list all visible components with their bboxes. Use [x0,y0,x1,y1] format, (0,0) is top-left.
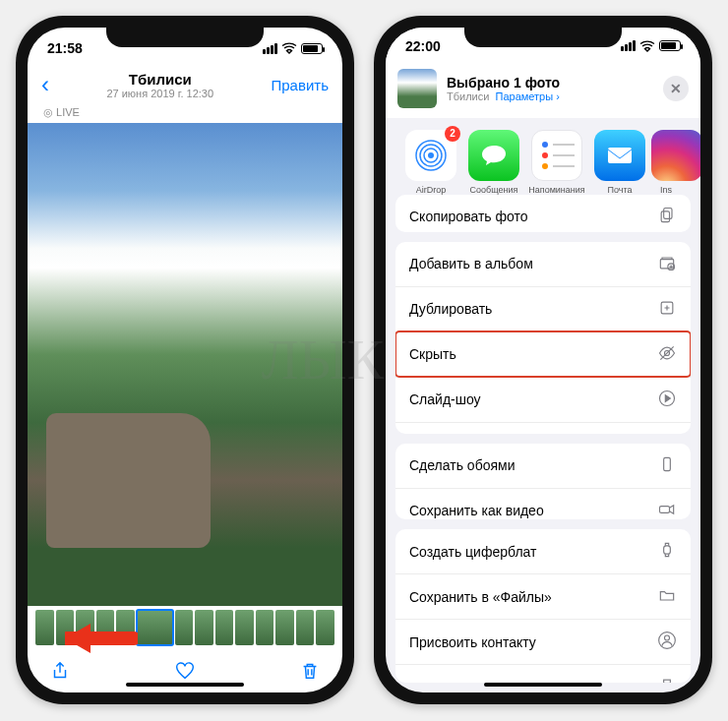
folder-icon [657,585,677,608]
print-icon [657,676,677,683]
action-save-video[interactable]: Сохранить как видео [395,488,691,519]
signal-icon [621,40,636,51]
options-link[interactable]: Параметры › [496,90,560,102]
svg-rect-5 [664,208,672,218]
svg-rect-15 [664,546,671,554]
action-slideshow[interactable]: Слайд-шоу [395,377,691,422]
action-save-files[interactable]: Сохранить в «Файлы» [395,573,691,619]
svg-point-16 [665,635,670,640]
sheet-location: Тбилиси [447,90,489,102]
share-button[interactable] [49,660,71,682]
watch-icon [657,540,677,563]
svg-rect-14 [660,507,670,513]
svg-rect-4 [608,148,632,163]
close-button[interactable]: ✕ [663,76,689,101]
app-mail[interactable]: Почта [588,130,651,185]
airdrop-badge: 2 [445,126,460,142]
action-print[interactable]: Напечатать [395,664,691,683]
svg-point-0 [428,152,434,158]
contact-icon [657,631,677,653]
action-wallpaper[interactable]: Сделать обоями [395,444,691,488]
navigation-bar: ‹ Тбилиси 27 июня 2019 г. 12:30 Править [28,63,342,106]
status-bar: 21:58 [28,28,342,63]
signal-icon [263,43,277,54]
thumbnail [397,69,437,108]
svg-rect-13 [664,457,671,470]
phone-icon [657,454,677,477]
clock: 21:58 [47,40,106,56]
action-duplicate[interactable]: Дублировать [395,286,691,331]
annotation-arrow [65,622,138,659]
svg-rect-19 [664,680,671,683]
share-sheet-header: Выбрано 1 фото Тбилиси Параметры › ✕ [386,59,700,118]
page-subtitle: 27 июня 2019 г. 12:30 [106,88,213,99]
app-airdrop[interactable]: 2 AirDrop [399,130,462,185]
home-indicator[interactable] [484,683,602,687]
copy-icon [657,206,677,228]
delete-button[interactable] [299,660,321,682]
wifi-icon [639,40,655,52]
action-copy[interactable]: Скопировать фото [395,195,691,232]
live-badge: ◎ LIVE [28,106,342,123]
app-instagram[interactable]: Ins [651,130,681,185]
play-icon [657,389,677,411]
hide-icon [657,343,677,366]
photo-preview[interactable] [28,123,342,606]
clock: 22:00 [405,38,464,54]
edit-button[interactable]: Править [271,77,329,93]
album-icon [657,253,677,275]
app-row[interactable]: 2 AirDrop Сообщения Напоминания Почта [386,126,700,195]
action-watchface[interactable]: Создать циферблат [395,529,691,573]
app-messages[interactable]: Сообщения [462,130,525,185]
app-reminders[interactable]: Напоминания [525,130,588,185]
battery-icon [301,43,323,54]
favorite-button[interactable] [174,660,196,682]
battery-icon [659,40,681,51]
status-bar: 22:00 [386,28,700,59]
home-indicator[interactable] [126,683,244,687]
action-hide[interactable]: Скрыть [395,331,691,377]
duplicate-icon [657,298,677,321]
svg-rect-6 [661,211,669,222]
sheet-title: Выбрано 1 фото [447,75,653,90]
action-airplay[interactable]: AirPlay [395,422,691,434]
page-title: Тбилиси [106,71,213,88]
back-button[interactable]: ‹ [41,71,49,98]
wifi-icon [281,42,297,54]
action-add-album[interactable]: Добавить в альбом [395,242,691,286]
video-icon [657,500,677,519]
action-assign-contact[interactable]: Присвоить контакту [395,619,691,664]
